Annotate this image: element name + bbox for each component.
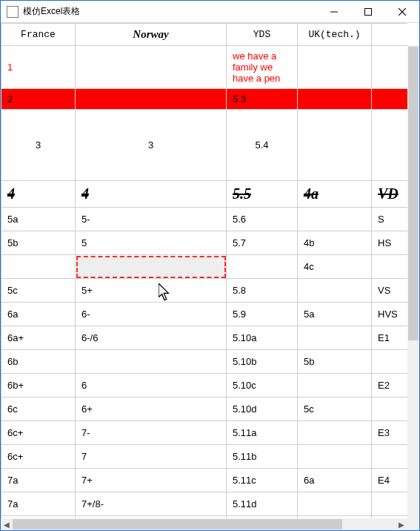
close-button[interactable] [385, 1, 419, 23]
cell[interactable]: 5.9 [227, 303, 298, 326]
cell[interactable] [372, 492, 408, 516]
cell[interactable]: E4 [372, 469, 408, 492]
cell[interactable]: 7a [1, 469, 76, 492]
cell[interactable] [76, 255, 227, 279]
cell[interactable] [372, 46, 408, 89]
table-row[interactable]: 445.54aVD [1, 181, 408, 208]
table-row[interactable]: 4c [1, 255, 408, 279]
cell[interactable]: 7+ [76, 469, 227, 492]
horizontal-scroll-thumb[interactable] [13, 519, 342, 530]
cell[interactable] [372, 398, 408, 421]
table-row[interactable]: 335.4 [1, 110, 408, 181]
maximize-button[interactable] [351, 1, 385, 23]
cell[interactable]: 6b [1, 350, 76, 374]
cell[interactable]: 6b+ [1, 374, 76, 398]
cell[interactable]: 5.10a [227, 326, 298, 350]
cell[interactable] [227, 255, 298, 279]
cell[interactable]: 3 [76, 110, 227, 181]
table-row[interactable]: 6c+7-5.11aE3 [1, 421, 408, 445]
cell[interactable]: E1 [372, 326, 408, 350]
cell[interactable] [1, 255, 76, 279]
table-row[interactable]: 1we have a family we have a pen [1, 46, 408, 89]
cell[interactable] [298, 421, 372, 445]
header-row[interactable]: France Norway YDS UK(tech.) UK( [1, 24, 408, 46]
cell[interactable]: 6-/6 [76, 326, 227, 350]
table-row[interactable]: 6b+65.10cE2 [1, 374, 408, 398]
cell[interactable] [298, 46, 372, 89]
scroll-left-button[interactable]: ◀ [1, 518, 13, 530]
cell[interactable]: 6a [1, 303, 76, 326]
cell[interactable]: 5c [298, 398, 372, 421]
cell[interactable]: 5a [1, 208, 76, 231]
table-row[interactable]: 5b55.74bHS [1, 231, 408, 255]
scroll-right-button[interactable]: ▶ [396, 518, 407, 530]
cell[interactable]: VD [372, 181, 408, 208]
cell[interactable]: 5.3 [227, 89, 298, 110]
cell[interactable]: S [372, 208, 408, 231]
cell[interactable]: 5.10c [227, 374, 298, 398]
cell[interactable] [298, 89, 372, 110]
cell[interactable] [372, 255, 408, 279]
cell[interactable]: 7a [1, 492, 76, 516]
cell[interactable]: HVS [372, 303, 408, 326]
cell[interactable] [298, 445, 372, 469]
cell[interactable]: 6a+ [1, 326, 76, 350]
cell[interactable]: 5.5 [227, 181, 298, 208]
cell[interactable]: 6c+ [1, 421, 76, 445]
col-header-norway[interactable]: Norway [76, 24, 227, 46]
cell[interactable]: 1 [1, 46, 76, 89]
cell[interactable] [298, 208, 372, 231]
table-row[interactable]: 5c5+5.8VS [1, 279, 408, 303]
cell[interactable]: 5- [76, 208, 227, 231]
cell[interactable]: 4a [298, 181, 372, 208]
cell[interactable]: HS [372, 231, 408, 255]
title-bar[interactable]: 模仿Excel表格 [1, 1, 419, 23]
horizontal-scrollbar[interactable]: ◀ ▶ [1, 518, 407, 530]
cell[interactable]: 6a [298, 469, 372, 492]
cell[interactable] [298, 279, 372, 303]
cell[interactable]: 4c [298, 255, 372, 279]
cell[interactable]: 4 [1, 181, 76, 208]
cell[interactable]: 6 [76, 374, 227, 398]
horizontal-scroll-track[interactable] [13, 518, 396, 530]
cell[interactable]: 5.8 [227, 279, 298, 303]
table-row[interactable]: 6a+6-/65.10aE1 [1, 326, 408, 350]
cell[interactable]: 5.11b [227, 445, 298, 469]
cell[interactable]: 5.7 [227, 231, 298, 255]
col-header-france[interactable]: France [1, 24, 76, 46]
cell[interactable] [372, 350, 408, 374]
cell[interactable]: 6c [1, 398, 76, 421]
cell[interactable]: 5.10d [227, 398, 298, 421]
cell[interactable]: E3 [372, 421, 408, 445]
vertical-scrollbar[interactable] [407, 45, 419, 518]
cell[interactable]: 5a [298, 303, 372, 326]
table-row[interactable]: 6b5.10b5b [1, 350, 408, 374]
table-row[interactable]: 5a5-5.6S [1, 208, 408, 231]
cell[interactable]: 5b [298, 350, 372, 374]
table-row[interactable]: 7a7+/8-5.11d [1, 492, 408, 516]
cell[interactable]: 2 [1, 89, 76, 110]
cell[interactable]: 5 [76, 231, 227, 255]
cell[interactable]: 6c+ [1, 445, 76, 469]
cell[interactable] [372, 445, 408, 469]
cell[interactable] [372, 89, 408, 110]
cell[interactable]: VS [372, 279, 408, 303]
cell[interactable] [76, 350, 227, 374]
table-row[interactable]: 25.3 [1, 89, 408, 110]
cell[interactable] [298, 492, 372, 516]
cell[interactable]: 5.4 [227, 110, 298, 181]
cell[interactable]: 5+ [76, 279, 227, 303]
cell[interactable]: 5.10b [227, 350, 298, 374]
cell[interactable]: 6- [76, 303, 227, 326]
cell[interactable]: 5c [1, 279, 76, 303]
minimize-button[interactable] [317, 1, 351, 23]
cell[interactable]: 7- [76, 421, 227, 445]
col-header-yds[interactable]: YDS [227, 24, 298, 46]
cell[interactable]: E2 [372, 374, 408, 398]
col-header-uktech[interactable]: UK(tech.) [298, 24, 372, 46]
cell[interactable]: 5.6 [227, 208, 298, 231]
cell[interactable]: 7 [76, 445, 227, 469]
cell[interactable] [76, 46, 227, 89]
cell[interactable] [372, 110, 408, 181]
cell[interactable]: 6+ [76, 398, 227, 421]
